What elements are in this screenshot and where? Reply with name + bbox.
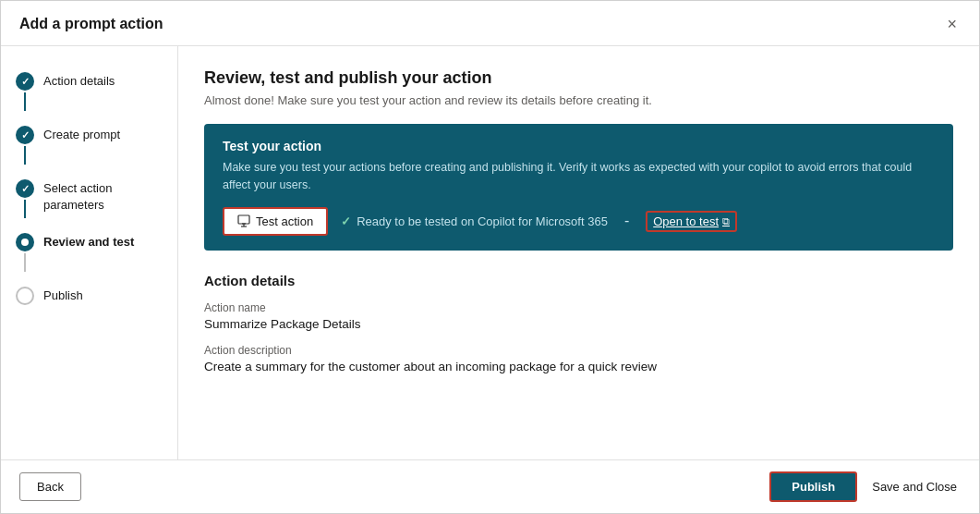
step-circle-publish [16,287,34,305]
step-icon-wrap-select-action-parameters: ✓ [16,179,34,218]
step-connector-action-details [24,92,26,111]
step-label-publish: Publish [43,287,83,304]
back-button[interactable]: Back [19,472,81,501]
step-check-create-prompt: ✓ [21,129,30,141]
test-icon [237,214,250,227]
dialog-footer: Back Publish Save and Close [1,459,979,513]
step-icon-wrap-action-details: ✓ [16,72,34,111]
sidebar-item-action-details[interactable]: ✓ Action details [1,65,177,118]
sidebar-item-review-and-test[interactable]: Review and test [1,226,177,279]
step-check-action-details: ✓ [21,76,30,88]
external-link-icon: ⧉ [722,215,730,227]
step-dot-review-and-test [21,239,29,246]
sidebar-item-select-action-parameters[interactable]: ✓ Select action parameters [1,172,177,226]
test-ready-status: ✓ Ready to be tested on Copilot for Micr… [341,214,608,228]
dialog-body: ✓ Action details ✓ Create prompt [1,46,979,459]
publish-button[interactable]: Publish [769,471,857,502]
step-label-select-action-parameters: Select action parameters [43,179,163,214]
action-details-section: Action details Action name Summarize Pac… [204,273,953,386]
svg-rect-0 [238,215,249,224]
step-circle-review-and-test [16,233,34,251]
open-to-test-link[interactable]: Open to test ⧉ [646,211,737,232]
step-connector-select-action-parameters [24,200,26,218]
main-content: Review, test and publish your action Alm… [178,46,979,459]
action-name-field-group: Action name Summarize Package Details [204,301,953,331]
action-name-label: Action name [204,301,953,314]
step-label-review-and-test: Review and test [43,233,134,251]
close-button[interactable]: × [943,14,961,34]
test-box-title: Test your action [223,139,935,153]
dialog-title: Add a prompt action [19,16,163,32]
step-circle-action-details: ✓ [16,72,34,91]
check-icon: ✓ [341,214,351,228]
step-label-action-details: Action details [43,72,115,90]
dialog-header: Add a prompt action × [1,1,979,46]
step-icon-wrap-review-and-test [16,233,34,272]
test-box-actions: Test action ✓ Ready to be tested on Copi… [223,207,935,236]
step-circle-select-action-parameters: ✓ [16,179,34,198]
sidebar: ✓ Action details ✓ Create prompt [1,46,178,459]
page-title: Review, test and publish your action [204,68,953,88]
test-action-box: Test your action Make sure you test your… [204,124,953,251]
action-description-label: Action description [204,344,953,357]
save-and-close-button[interactable]: Save and Close [868,473,961,500]
step-check-select-action-parameters: ✓ [21,183,30,195]
step-label-create-prompt: Create prompt [43,126,120,143]
footer-right: Publish Save and Close [769,471,961,502]
dialog-container: Add a prompt action × ✓ Action details [0,0,980,514]
test-box-description: Make sure you test your actions before c… [223,159,935,194]
open-test-label: Open to test [653,214,719,228]
step-icon-wrap-create-prompt: ✓ [16,126,34,165]
action-details-section-title: Action details [204,273,953,288]
sidebar-item-create-prompt[interactable]: ✓ Create prompt [1,118,177,172]
step-connector-create-prompt [24,146,26,165]
step-circle-create-prompt: ✓ [16,126,34,144]
sidebar-item-publish[interactable]: Publish [1,279,177,312]
step-icon-wrap-publish [16,287,34,305]
test-action-button[interactable]: Test action [223,207,328,236]
ready-text: Ready to be tested on Copilot for Micros… [357,214,608,228]
separator: - [624,213,629,229]
action-name-value: Summarize Package Details [204,317,953,331]
page-subtitle: Almost done! Make sure you test your act… [204,93,953,107]
action-description-field-group: Action description Create a summary for … [204,344,953,373]
action-description-value: Create a summary for the customer about … [204,360,953,373]
test-action-label: Test action [256,214,313,228]
step-connector-review-and-test [24,253,26,272]
